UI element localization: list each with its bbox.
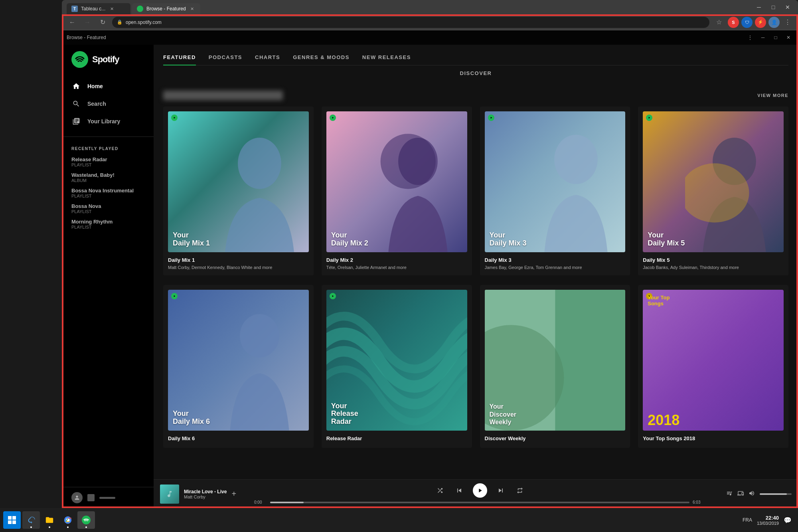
bookmark-icon[interactable]: ☆ [713, 17, 725, 28]
previous-button[interactable] [454, 485, 465, 496]
card-subtitle-mix5: Jacob Banks, Ady Suleiman, Thirdstory an… [643, 265, 784, 271]
close-button[interactable]: ✕ [782, 2, 793, 13]
tab-tableau[interactable]: T Tableau c... ✕ [67, 3, 130, 14]
chrome-profile-icon[interactable]: S [728, 17, 739, 28]
card-discover-weekly[interactable]: YourDiscoverWeekly Discover Weekly [480, 285, 630, 448]
play-pause-button[interactable] [473, 483, 487, 498]
spotify-close[interactable]: ✕ [784, 33, 793, 42]
player-controls [435, 483, 525, 498]
card-daily-mix-3[interactable]: YourDaily Mix 3 Daily Mix 3 James Bay, G… [480, 107, 630, 275]
shuffle-button[interactable] [435, 485, 446, 496]
section-title [163, 91, 283, 100]
nav-home[interactable]: Home [62, 77, 154, 95]
track-artist: Matt Corby [184, 494, 227, 499]
playlist-release-radar[interactable]: Release Radar PLAYLIST [62, 154, 154, 170]
spotify-window: Browse - Featured ⋮ ─ □ ✕ [62, 30, 798, 508]
taskbar-left [0, 511, 95, 529]
refresh-button[interactable]: ↻ [97, 17, 108, 28]
spotify-titlebar: Browse - Featured ⋮ ─ □ ✕ [62, 30, 798, 45]
card-daily-mix-6[interactable]: YourDaily Mix 6 Daily Mix 6 [163, 285, 314, 448]
spotify-more-options[interactable]: ⋮ [745, 33, 755, 42]
album-thumbnail [160, 485, 179, 504]
taskbar-edge[interactable] [22, 511, 40, 529]
tab-close-spotify[interactable]: ✕ [189, 6, 196, 12]
browser-titlebar: T Tableau c... ✕ Browse - Featured ✕ ─ □… [62, 0, 798, 14]
add-to-library-button[interactable]: + [231, 489, 236, 498]
card-title-mix5: Daily Mix 5 [643, 257, 784, 263]
main-content: FEATURED PODCASTS CHARTS GENRES & MOODS … [154, 45, 798, 508]
card-image-discover: YourDiscoverWeekly [485, 290, 626, 431]
time-total: 6:03 [693, 500, 705, 504]
spotify-minimize[interactable]: ─ [758, 33, 768, 42]
time-current: 0:00 [254, 500, 267, 504]
tab-label-tableau: Tableau c... [81, 6, 105, 12]
tab-discover[interactable]: DISCOVER [163, 67, 788, 81]
card-release-radar[interactable]: YourReleaseRadar Release Radar [322, 285, 472, 448]
extension-icon-1[interactable]: 🛡 [741, 17, 753, 28]
tab-new-releases[interactable]: NEW RELEASES [362, 51, 411, 65]
card-subtitle-mix3: James Bay, George Ezra, Tom Grennan and … [485, 265, 626, 271]
queue-icon[interactable] [726, 490, 733, 498]
notification-icon[interactable]: 💬 [784, 516, 792, 524]
sidebar: Spotify Home Search [62, 45, 154, 508]
playlist-bossa-nova-instrumental[interactable]: Bossa Nova Instrumental PLAYLIST [62, 185, 154, 201]
scroll-content[interactable]: VIEW MORE [154, 81, 798, 479]
spotify-dot-mix1 [171, 115, 178, 121]
tab-featured[interactable]: FEATURED [163, 51, 196, 65]
taskbar-explorer[interactable] [41, 511, 58, 529]
card-image-mix1: YourDaily Mix 1 [168, 111, 309, 252]
taskbar-clock: 22:40 [757, 515, 779, 521]
card-top-songs[interactable]: Your TopSongs 2018 Your Top Songs 2018 [638, 285, 788, 448]
taskbar-chrome[interactable] [59, 511, 77, 529]
next-button[interactable] [495, 485, 506, 496]
svg-point-0 [238, 138, 281, 189]
mix3-label: YourDaily Mix 3 [490, 231, 527, 247]
lock-icon: 🔒 [117, 20, 122, 25]
maximize-button[interactable]: □ [768, 2, 779, 13]
card-subtitle-mix2: Téte, Orelsan, Juliette Armanet and more [326, 265, 467, 271]
playlist-bossa-nova[interactable]: Bossa Nova PLAYLIST [62, 201, 154, 216]
card-title-radar: Release Radar [326, 435, 467, 441]
chrome-menu-icon[interactable]: ⋮ [782, 17, 793, 28]
mix6-label: YourDaily Mix 6 [173, 410, 210, 426]
spotify-maximize[interactable]: □ [771, 33, 780, 42]
extension-icon-2[interactable]: ⚡ [755, 17, 766, 28]
start-button[interactable] [3, 511, 21, 529]
tab-spotify[interactable]: Browse - Featured ✕ [132, 3, 200, 14]
person-mix6 [210, 304, 309, 430]
tab-close-tableau[interactable]: ✕ [109, 6, 115, 12]
browser-tabs: T Tableau c... ✕ Browse - Featured ✕ [67, 0, 200, 14]
now-playing-left: Miracle Love - Live Matt Corby + [160, 485, 248, 504]
back-button[interactable]: ← [67, 17, 78, 28]
card-daily-mix-5[interactable]: YourDaily Mix 5 Daily Mix 5 Jacob Banks,… [638, 107, 788, 275]
devices-icon[interactable] [737, 490, 744, 498]
tab-charts[interactable]: CHARTS [255, 51, 280, 65]
taskbar-spotify[interactable] [77, 511, 95, 529]
nav-search[interactable]: Search [62, 95, 154, 113]
volume-icon[interactable] [749, 490, 755, 498]
card-image-radar: YourReleaseRadar [326, 290, 467, 431]
card-daily-mix-2[interactable]: YourDaily Mix 2 Daily Mix 2 Téte, Orelsa… [322, 107, 472, 275]
address-bar-icons: ☆ S 🛡 ⚡ 👤 ⋮ [713, 17, 793, 28]
user-avatar-icon[interactable] [71, 492, 83, 503]
forward-button[interactable]: → [82, 17, 93, 28]
playlist-wasteland[interactable]: Wasteland, Baby! ALBUM [62, 170, 154, 185]
tab-podcasts[interactable]: PODCASTS [209, 51, 242, 65]
view-more-link[interactable]: VIEW MORE [757, 93, 788, 98]
tab-genres[interactable]: GENRES & MOODS [293, 51, 350, 65]
playlist-morning-rhythm[interactable]: Morning Rhythm PLAYLIST [62, 216, 154, 232]
repeat-button[interactable] [514, 485, 525, 496]
minimize-button[interactable]: ─ [753, 2, 764, 13]
nav-library[interactable]: Your Library [62, 113, 154, 130]
user-avatar-chrome[interactable]: 👤 [768, 17, 780, 28]
card-title-mix2: Daily Mix 2 [326, 257, 467, 263]
volume-bar[interactable] [760, 493, 792, 495]
progress-track[interactable] [270, 502, 689, 503]
spotify-dot-mix6 [171, 293, 178, 299]
sidebar-divider [62, 136, 154, 137]
address-input[interactable]: 🔒 open.spotify.com [112, 17, 709, 28]
browser-window-controls: ─ □ ✕ [753, 2, 793, 13]
nav-library-label: Your Library [87, 118, 120, 125]
card-daily-mix-1[interactable]: YourDaily Mix 1 Daily Mix 1 Matt Corby, … [163, 107, 314, 275]
spotify-window-controls: ⋮ ─ □ ✕ [745, 33, 793, 42]
